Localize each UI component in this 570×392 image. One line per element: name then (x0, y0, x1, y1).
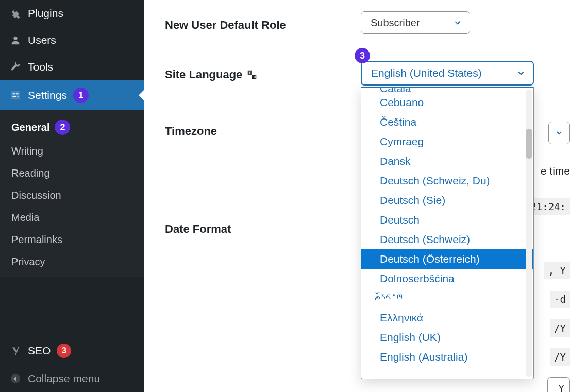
users-icon (9, 34, 22, 46)
menu-item-seo[interactable]: SEO 3 (0, 336, 144, 365)
date-format-code-fragment: -d (550, 291, 570, 308)
svg-text:文: 文 (253, 75, 257, 78)
language-option[interactable]: English (Australia) (361, 347, 533, 367)
submenu-item-privacy[interactable]: Privacy (0, 251, 144, 273)
language-option[interactable]: Deutsch (Österreich) (361, 249, 533, 269)
language-option[interactable]: English (UK) (361, 328, 533, 347)
seo-update-count: 3 (57, 344, 71, 358)
sliders-icon (9, 89, 22, 101)
site-language-select[interactable]: English (United States) (361, 61, 534, 86)
menu-item-plugins[interactable]: Plugins (0, 0, 144, 27)
date-format-label: Date Format (165, 215, 361, 236)
menu-item-users[interactable]: Users (0, 27, 144, 54)
language-option[interactable]: Deutsch (Schweiz, Du) (361, 171, 533, 191)
language-option[interactable]: Ελληνικά (361, 308, 533, 328)
menu-label: Settings (28, 89, 67, 101)
submenu-item-general[interactable]: General 2 (0, 114, 144, 140)
settings-general-content: New User Default Role Subscriber Site La… (144, 0, 570, 392)
yoast-icon (9, 345, 22, 357)
site-language-label-text: Site Language (165, 68, 242, 81)
date-format-code-fragment: /Y (550, 348, 570, 366)
site-language-label: Site Language 文 (165, 61, 361, 81)
submenu-item-writing[interactable]: Writing (0, 140, 144, 162)
timezone-select-fragment[interactable] (548, 122, 570, 144)
chevron-down-icon (555, 129, 563, 137)
submenu-label: Permalinks (11, 234, 62, 246)
scroll-thumb[interactable] (526, 129, 532, 159)
menu-item-tools[interactable]: Tools (0, 54, 144, 80)
submenu-item-permalinks[interactable]: Permalinks (0, 229, 144, 251)
timezone-hint-fragment: e time (541, 165, 570, 177)
settings-submenu: General 2 Writing Reading Discussion Med… (0, 110, 144, 277)
chevron-down-icon (516, 69, 526, 78)
language-option[interactable]: Cebuano (361, 93, 533, 112)
menu-label: SEO (28, 345, 51, 357)
submenu-item-discussion[interactable]: Discussion (0, 184, 144, 207)
submenu-label: General (11, 122, 49, 133)
collapse-icon (9, 372, 22, 385)
submenu-label: Privacy (11, 256, 45, 268)
submenu-label: Reading (11, 167, 50, 179)
submenu-label: Discussion (11, 190, 61, 201)
select-value: English (United States) (371, 67, 482, 79)
collapse-label: Collapse menu (28, 372, 100, 385)
menu-label: Users (28, 34, 56, 46)
plugin-icon (9, 7, 22, 20)
menu-item-settings[interactable]: Settings 1 (0, 80, 144, 110)
svg-point-0 (13, 37, 17, 40)
admin-sidebar: Plugins Users Tools Settings 1 General 2 (0, 0, 144, 392)
collapse-menu-button[interactable]: Collapse menu (0, 365, 144, 392)
language-option[interactable]: Deutsch (361, 210, 533, 230)
select-value: Subscriber (371, 17, 420, 29)
language-option[interactable]: རྫོང་ཁ (361, 288, 533, 308)
svg-rect-1 (11, 91, 20, 100)
step-badge-2: 2 (55, 120, 70, 135)
language-option[interactable]: Català (361, 87, 533, 93)
language-option[interactable]: Deutsch (Sie) (361, 191, 533, 210)
step-badge-3: 3 (355, 48, 370, 63)
submenu-label: Writing (11, 145, 43, 157)
step-badge-1: 1 (73, 88, 89, 103)
date-format-code-fragment: /Y (550, 319, 570, 337)
translate-icon: 文 (246, 69, 258, 80)
default-role-select[interactable]: Subscriber (361, 11, 470, 34)
date-format-code-fragment: , Y (544, 262, 570, 279)
menu-label: Plugins (28, 7, 63, 20)
custom-date-format-input-fragment[interactable]: Y (547, 377, 570, 392)
language-option[interactable]: Čeština (361, 112, 533, 132)
language-option[interactable]: Dolnoserbšćina (361, 269, 533, 288)
submenu-label: Media (11, 212, 39, 224)
submenu-item-reading[interactable]: Reading (0, 162, 144, 184)
language-dropdown[interactable]: CatalàCebuanoČeštinaCymraegDanskDeutsch … (361, 87, 534, 379)
timezone-label: Timezone (165, 117, 361, 138)
submenu-item-media[interactable]: Media (0, 207, 144, 229)
chevron-down-icon (453, 18, 462, 27)
language-option[interactable]: Dansk (361, 151, 533, 171)
language-option[interactable]: Cymraeg (361, 132, 533, 151)
menu-label: Tools (28, 61, 53, 73)
tools-icon (9, 61, 22, 73)
language-option[interactable]: Deutsch (Schweiz) (361, 230, 533, 249)
default-role-label: New User Default Role (165, 11, 361, 32)
